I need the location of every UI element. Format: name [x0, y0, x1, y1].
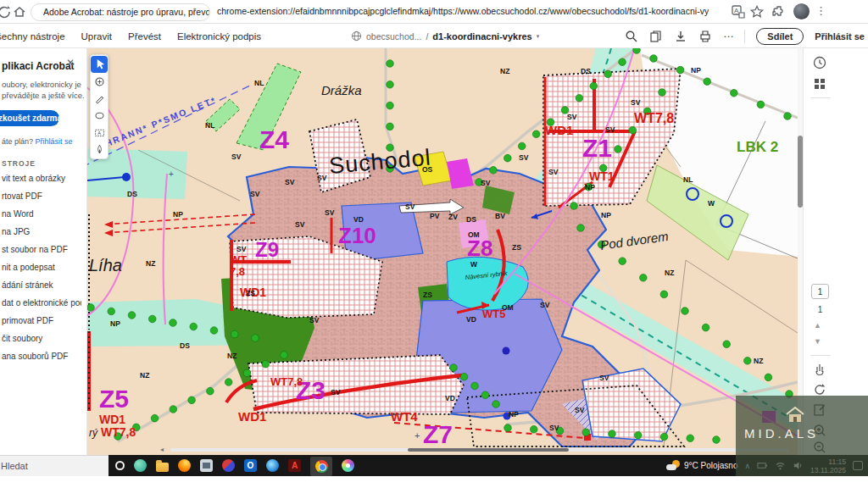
translate-icon[interactable]: A: [731, 4, 746, 19]
screen: Adobe Acrobat: nástroje pro úpravu, přev…: [0, 0, 868, 488]
firefox-icon[interactable]: [178, 459, 191, 472]
bookmark-star-icon[interactable]: [749, 4, 765, 19]
horizontal-scrollbar[interactable]: ◂: [160, 447, 791, 452]
acrobat-taskbar-icon[interactable]: A: [288, 459, 301, 472]
menu-all-tools[interactable]: šechny nástroje: [0, 31, 65, 42]
sidebar-tool-item[interactable]: ádání stránek: [2, 276, 81, 294]
system-tray: 9°C Polojasno ∧ 11:15 13.11.2025: [666, 455, 863, 476]
menu-convert[interactable]: Převést: [128, 31, 161, 42]
map-label: WT7,8: [101, 425, 136, 439]
scroll-left-icon[interactable]: ◂: [160, 446, 164, 453]
sign-in-link[interactable]: Přihlásit se: [815, 31, 865, 42]
sidebar-tool-item[interactable]: dat o elektronické podpisy: [2, 294, 81, 312]
weather-condition: Polojasno: [701, 461, 738, 470]
map-label: NZ: [665, 269, 674, 277]
annotate-icon[interactable]: [812, 402, 827, 418]
url-text[interactable]: chrome-extension://efaidnbmnnnibpcajpcgl…: [217, 6, 709, 16]
weather-widget[interactable]: 9°C Polojasno: [666, 460, 738, 471]
apps-grid-icon[interactable]: [812, 76, 827, 92]
select-hand-icon[interactable]: [812, 362, 827, 377]
file-explorer-icon[interactable]: [156, 463, 169, 472]
extension-chip[interactable]: Adobe Acrobat: nástroje pro úpravu, přev…: [31, 3, 210, 21]
taskbar-clock[interactable]: 11:15 13.11.2025: [810, 458, 846, 474]
people-app-icon[interactable]: [134, 459, 147, 472]
svg-text:A: A: [734, 7, 739, 14]
close-icon[interactable]: ✕: [66, 57, 75, 69]
next-page-icon[interactable]: ▼: [814, 337, 821, 346]
extension-chip-label: Adobe Acrobat: nástroje pro úpravu, přev…: [43, 7, 210, 17]
map-label: SV: [236, 245, 247, 253]
action-center-icon[interactable]: [853, 461, 863, 470]
highlight-tool-button[interactable]: [91, 107, 108, 124]
sidebar-tool-item[interactable]: na JPG: [2, 223, 81, 241]
sidebar-tool-item[interactable]: na Word: [2, 205, 81, 223]
pencil-tool-button[interactable]: [91, 90, 108, 107]
sidebar-tool-item[interactable]: rtovat PDF: [2, 187, 81, 205]
comment-tool-button[interactable]: [91, 73, 108, 90]
tray-expand-icon[interactable]: ∧: [744, 462, 750, 470]
home-icon[interactable]: [12, 4, 27, 19]
sidebar-tool-item[interactable]: nit a podepsat: [2, 258, 81, 276]
network-icon[interactable]: [775, 460, 786, 471]
svg-text:A: A: [97, 130, 101, 135]
windows-search-box[interactable]: Hledat: [0, 455, 108, 476]
signature-tool-button[interactable]: [91, 141, 108, 158]
text-box-tool-button[interactable]: A: [91, 124, 108, 141]
extensions-puzzle-icon[interactable]: [771, 4, 787, 19]
reload-icon[interactable]: [0, 4, 12, 19]
map-label: WD1: [545, 123, 573, 137]
divider: [744, 30, 745, 43]
menu-esign[interactable]: Elektronický podpis: [177, 31, 261, 42]
volume-icon[interactable]: [793, 460, 804, 471]
print-icon[interactable]: [698, 30, 712, 43]
chevron-down-icon: ▾: [537, 33, 540, 40]
store-app-icon[interactable]: [200, 459, 213, 472]
download-icon[interactable]: [674, 30, 687, 43]
acrobat-promo-panel: ✕ plikaci Acrobat oubory, elektronicky j…: [0, 48, 86, 365]
document-breadcrumb[interactable]: obecsuchod... / d1-koordinacni-vykres ▾: [351, 24, 539, 48]
windows-taskbar: O A 9°C Polojasno ∧ 11:15 13.11.2025: [108, 455, 868, 476]
chrome-active-app[interactable]: [310, 457, 332, 476]
search-icon[interactable]: [625, 30, 638, 43]
pdf-viewer[interactable]: Z4Z1Z10Z9Z8Z3Z7Z5WT7,8WD1WT1WT7,8WD1WT7,…: [87, 48, 798, 455]
map-label: NL: [205, 121, 214, 130]
horizontal-scroll-thumb[interactable]: [408, 448, 569, 452]
map-label: NZ: [140, 371, 149, 380]
previous-page-icon[interactable]: ▲: [814, 321, 821, 330]
promo-sign-in-link[interactable]: Přihlásit se: [36, 137, 73, 146]
teams-app-icon[interactable]: [222, 459, 235, 472]
outlook-icon[interactable]: O: [244, 459, 257, 472]
sidebar-tool-item[interactable]: primovat PDF: [2, 312, 81, 330]
map-label: DS: [581, 67, 591, 75]
map-label: NZ: [754, 357, 763, 365]
zoning-map[interactable]: Z4Z1Z10Z9Z8Z3Z7Z5WT7,8WD1WT1WT7,8WD1WT7,…: [87, 48, 798, 455]
sidebar-tool-item[interactable]: ana souborů PDF: [2, 347, 81, 365]
map-label: 7,8: [230, 265, 245, 278]
more-options-icon[interactable]: ⋯: [723, 30, 733, 42]
map-label: SV: [519, 153, 529, 162]
menu-edit[interactable]: Upravit: [81, 31, 112, 42]
page-number-input[interactable]: 1: [811, 284, 829, 299]
photos-app-icon[interactable]: [342, 459, 354, 472]
rotate-page-icon[interactable]: [812, 382, 827, 397]
edge-icon[interactable]: [266, 459, 279, 472]
sidebar-tool-item[interactable]: čit soubory: [2, 330, 81, 347]
sidebar-tool-item[interactable]: vit text a obrázky: [2, 169, 81, 187]
pages-icon[interactable]: [649, 30, 663, 43]
zoom-in-icon[interactable]: [812, 423, 827, 438]
try-free-button[interactable]: zkoušet zdarma: [0, 110, 59, 126]
share-button[interactable]: Sdílet: [756, 28, 804, 45]
clock-date: 13.11.2025: [810, 466, 846, 474]
battery-icon[interactable]: [757, 460, 768, 471]
recent-files-icon[interactable]: [812, 55, 827, 70]
select-tool-button[interactable]: [91, 56, 108, 73]
profile-avatar[interactable]: [793, 3, 810, 19]
browser-menu-icon[interactable]: ⋮: [815, 4, 826, 17]
map-label: ZV: [448, 213, 458, 221]
start-button-icon[interactable]: [115, 461, 125, 470]
map-label: rý: [89, 427, 98, 439]
sidebar-tool-item[interactable]: st soubor na PDF: [2, 241, 81, 258]
map-label: SV: [331, 388, 341, 396]
zoom-out-icon[interactable]: [812, 440, 827, 455]
map-label: WD1: [238, 409, 266, 424]
